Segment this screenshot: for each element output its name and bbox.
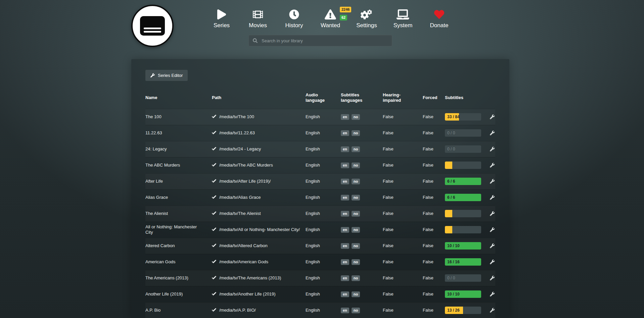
series-name: 24: Legacy (145, 146, 212, 152)
subtitles-languages: enno (341, 291, 383, 297)
wrench-icon[interactable] (490, 260, 495, 264)
check-icon (212, 260, 216, 264)
series-row: The Alienist /media/tv/The Alienist Engl… (145, 206, 495, 222)
bazarr-app: Series Movies History 2246 62 Wanted (0, 0, 644, 318)
series-table: Name Path Audio language Subtitles langu… (145, 81, 495, 318)
subtitles-progress-bar: 10 / 10 (445, 290, 481, 298)
series-path-cell: /media/tv/Alias Grace (212, 195, 306, 200)
nav-series[interactable]: Series (203, 8, 240, 30)
wrench-icon[interactable] (490, 147, 495, 151)
check-icon (212, 227, 216, 232)
hearing-impaired-value: False (383, 195, 423, 200)
audio-language: English (306, 308, 341, 313)
progress-text: 0 / 0 (447, 131, 455, 136)
hearing-impaired-value: False (383, 163, 423, 168)
audio-language: English (306, 291, 341, 297)
wrench-icon[interactable] (490, 308, 495, 313)
nav-label: System (394, 21, 413, 30)
language-badge: en (341, 130, 349, 136)
subtitles-progress-bar: 0 / 0 (445, 129, 481, 137)
subtitles-languages: enno (341, 259, 383, 265)
series-name: The ABC Murders (145, 163, 212, 168)
language-badge: en (341, 259, 349, 265)
series-path-cell: /media/tv/Another Life (2019) (212, 291, 306, 297)
series-name: The Americans (2013) (145, 275, 212, 281)
hearing-impaired-value: False (383, 259, 423, 265)
wrench-icon[interactable] (490, 276, 495, 280)
subtitles-progress-bar (445, 162, 481, 169)
progress-fill (445, 226, 452, 233)
subtitles-languages: enno (341, 211, 383, 217)
hearing-impaired-value: False (383, 130, 423, 136)
series-path-cell: /media/tv/The 100 (212, 114, 306, 120)
hearing-impaired-value: False (383, 179, 423, 184)
forced-value: False (423, 275, 445, 281)
check-icon (212, 308, 216, 312)
wrench-icon[interactable] (490, 243, 495, 248)
audio-language: English (306, 179, 341, 184)
series-row: 11.22.63 /media/tv/11.22.63 English enno… (145, 125, 495, 141)
series-path: /media/tv/The ABC Murders (219, 163, 273, 168)
wrench-icon[interactable] (490, 115, 495, 119)
subtitles-languages: enno (341, 114, 383, 120)
check-icon (212, 276, 216, 280)
main-nav: Series Movies History 2246 62 Wanted (203, 8, 457, 30)
language-badge: en (341, 243, 349, 249)
subtitles-progress-bar: 10 / 10 (445, 242, 481, 249)
series-row: Altered Carbon /media/tv/Altered Carbon … (145, 238, 495, 254)
subtitles-progress-bar: 0 / 0 (445, 274, 481, 282)
wrench-icon[interactable] (490, 195, 495, 200)
bazarr-logo[interactable] (131, 5, 174, 47)
language-badge: en (341, 195, 349, 200)
series-path-cell: /media/tv/The ABC Murders (212, 163, 306, 168)
hearing-impaired-value: False (383, 308, 423, 313)
column-header-forced: Forced (423, 95, 445, 100)
wrench-icon (150, 73, 155, 78)
series-name: The 100 (145, 114, 212, 120)
subtitles-progress-bar (445, 210, 481, 217)
subtitles-languages: enno (341, 146, 383, 152)
series-path-cell: /media/tv/A.P. BIO/ (212, 308, 306, 313)
progress-text: 33 / 84 (447, 115, 460, 120)
language-badge: en (341, 291, 349, 297)
check-icon (212, 243, 216, 248)
nav-settings[interactable]: Settings (349, 8, 385, 30)
hearing-impaired-value: False (383, 243, 423, 248)
nav-movies[interactable]: Movies (240, 8, 276, 30)
nav-label: Movies (249, 21, 267, 30)
series-name: All or Nothing: Manchester City (145, 224, 212, 235)
wrench-icon[interactable] (490, 211, 495, 216)
progress-text: 10 / 10 (447, 292, 460, 297)
series-editor-button[interactable]: Series Editor (145, 70, 188, 81)
audio-language: English (306, 211, 341, 216)
wrench-icon[interactable] (490, 292, 495, 297)
nav-label: Donate (430, 21, 449, 30)
series-path: /media/tv/11.22.63 (219, 130, 255, 136)
language-badge: no (352, 163, 360, 168)
nav-system[interactable]: System (385, 8, 421, 30)
nav-donate[interactable]: Donate (421, 8, 457, 30)
series-path: /media/tv/All or Nothing- Manchester Cit… (219, 227, 300, 232)
search-input[interactable] (261, 38, 388, 44)
nav-wanted[interactable]: 2246 62 Wanted (312, 8, 349, 30)
clock-icon (276, 8, 312, 21)
forced-value: False (423, 114, 445, 120)
subtitles-languages: enno (341, 308, 383, 313)
language-badge: no (352, 243, 360, 249)
heart-icon (421, 8, 457, 21)
hearing-impaired-value: False (383, 275, 423, 281)
hearing-impaired-value: False (383, 227, 423, 232)
series-path: /media/tv/American Gods (219, 259, 268, 265)
series-row: A.P. Bio /media/tv/A.P. BIO/ English enn… (145, 302, 495, 318)
wrench-icon[interactable] (490, 179, 495, 184)
wrench-icon[interactable] (490, 163, 495, 168)
check-icon (212, 211, 216, 216)
nav-history[interactable]: History (276, 8, 312, 30)
wrench-icon[interactable] (490, 131, 495, 135)
wrench-icon[interactable] (490, 227, 495, 232)
series-name: Another Life (2019) (145, 291, 212, 297)
language-badge: no (352, 211, 360, 217)
series-table-body: The 100 /media/tv/The 100 English enno F… (145, 109, 495, 318)
series-row: 24: Legacy /media/tv/24 - Legacy English… (145, 141, 495, 157)
forced-value: False (423, 179, 445, 184)
